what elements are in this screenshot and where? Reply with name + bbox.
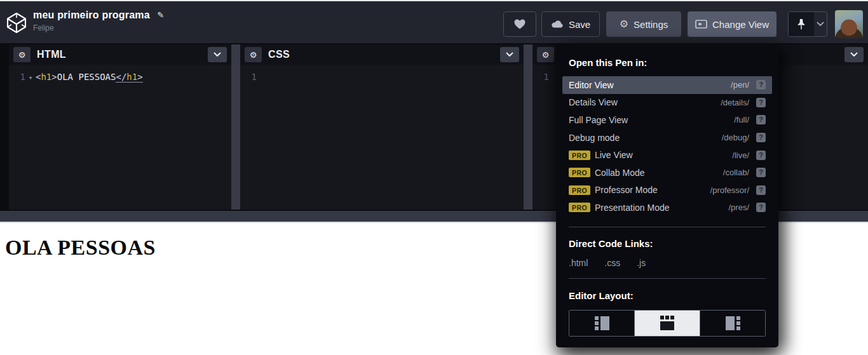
menu-item-label: Details View: [569, 97, 721, 107]
panel-resize-gutter[interactable]: [524, 44, 532, 210]
gear-icon: ⚙: [542, 51, 550, 59]
change-view-button-label: Change View: [712, 19, 769, 30]
pro-badge: PRO: [569, 185, 590, 195]
codepen-editor-page: meu primeiro programa ✎ Felipe Save ⚙ Se…: [0, 0, 868, 355]
token-close-tag: h1: [126, 72, 137, 82]
pro-badge: PRO: [569, 168, 590, 177]
header-bar: meu primeiro programa ✎ Felipe Save ⚙ Se…: [0, 1, 868, 43]
help-icon[interactable]: ?: [756, 168, 766, 177]
menu-item-label: Debug mode: [569, 133, 722, 143]
menu-item-path: /collab/: [723, 168, 749, 177]
menu-item-collab-mode[interactable]: PROCollab Mode /collab/ ?: [562, 164, 772, 182]
token-gt: >: [51, 72, 57, 82]
codepen-logo[interactable]: [6, 12, 27, 34]
pen-title-block: meu primeiro programa ✎ Felipe: [33, 10, 164, 32]
menu-item-path: /professor/: [710, 185, 749, 195]
pin-button[interactable]: [789, 12, 814, 36]
layout-top-icon: [660, 316, 674, 330]
chevron-down-icon: [506, 52, 513, 57]
help-icon[interactable]: ?: [756, 133, 766, 142]
menu-item-label: PROLive View: [569, 150, 732, 160]
pro-badge: PRO: [569, 203, 590, 212]
line-number: 1: [532, 70, 549, 83]
pro-badge: PRO: [569, 151, 590, 160]
js-panel-menu-button[interactable]: [844, 47, 864, 62]
menu-item-label: PROPresentation Mode: [569, 203, 728, 213]
menu-item-label: PROCollab Mode: [569, 168, 723, 178]
menu-item-path: /debug/: [722, 133, 749, 142]
menu-item-text: Live View: [595, 150, 633, 160]
view-icon: [695, 20, 707, 29]
layout-top-button[interactable]: [634, 311, 700, 336]
panel-resize-gutter[interactable]: [231, 44, 240, 210]
chevron-down-icon: [214, 52, 221, 57]
pen-title: meu primeiro programa: [33, 10, 150, 21]
menu-item-label: Editor View: [569, 80, 731, 90]
menu-item-text: Collab Mode: [595, 168, 645, 178]
js-settings-button[interactable]: ⚙: [537, 47, 554, 62]
css-settings-button[interactable]: ⚙: [245, 47, 262, 62]
help-icon[interactable]: ?: [756, 203, 766, 212]
menu-item-professor-mode[interactable]: PROProfessor Mode /professor/ ?: [562, 182, 772, 199]
line-number: 1: [240, 70, 257, 83]
css-code-editor[interactable]: 1: [240, 65, 524, 83]
token-tag: h1: [41, 72, 51, 82]
menu-item-debug-mode[interactable]: Debug mode /debug/ ?: [562, 129, 772, 147]
edit-title-pencil-icon[interactable]: ✎: [157, 10, 164, 20]
css-panel-label: CSS: [268, 49, 290, 60]
menu-item-path: /pen/: [731, 80, 749, 90]
pin-button-group[interactable]: [788, 11, 827, 37]
dropdown-section-title: Open this Pen in:: [556, 43, 778, 68]
settings-button[interactable]: ⚙ Settings: [606, 11, 681, 37]
line-number: 1: [9, 70, 25, 83]
menu-item-details-view[interactable]: Details View /details/ ?: [562, 94, 772, 112]
help-icon[interactable]: ?: [756, 151, 766, 160]
like-button[interactable]: [503, 11, 536, 37]
css-panel-menu-button[interactable]: [500, 47, 519, 62]
code-line: 1: [240, 70, 524, 83]
css-direct-link[interactable]: .css: [604, 258, 620, 268]
gear-icon: ⚙: [620, 19, 628, 29]
help-icon[interactable]: ?: [756, 80, 766, 90]
html-editor-panel: ⚙ HTML 1 ▾ <h1>OLA PESSOAS</h1>: [9, 44, 231, 210]
css-panel-header: ⚙ CSS: [240, 44, 524, 65]
js-direct-link[interactable]: .js: [637, 258, 646, 268]
help-icon[interactable]: ?: [756, 98, 766, 107]
menu-item-text: Professor Mode: [595, 185, 658, 195]
pin-dropdown-toggle[interactable]: [814, 22, 827, 27]
menu-item-text: Presentation Mode: [595, 203, 670, 213]
menu-item-path: /pres/: [728, 203, 749, 212]
menu-item-label: Full Page View: [569, 115, 734, 125]
menu-item-editor-view[interactable]: Editor View /pen/ ?: [562, 76, 772, 94]
layout-right-icon: [726, 316, 740, 330]
token-close-gt: >: [137, 72, 142, 82]
menu-item-label: PROProfessor Mode: [569, 185, 710, 195]
token-close-lt: </: [116, 72, 126, 82]
pen-author: Felipe: [33, 23, 164, 32]
cloud-icon: [551, 20, 564, 29]
editor-layout-title: Editor Layout:: [556, 279, 778, 301]
html-direct-link[interactable]: .html: [569, 258, 588, 268]
code-content: <h1>OLA PESSOAS</h1>: [36, 70, 143, 83]
layout-left-button[interactable]: [569, 311, 634, 336]
token-text: OLA PESSOAS: [57, 72, 116, 82]
html-settings-button[interactable]: ⚙: [13, 47, 31, 62]
fold-arrow-icon[interactable]: ▾: [25, 72, 36, 84]
direct-code-links: .html .css .js: [556, 249, 778, 268]
change-view-button[interactable]: Change View: [688, 11, 776, 37]
menu-item-presentation-mode[interactable]: PROPresentation Mode /pres/ ?: [562, 199, 772, 217]
layout-right-button[interactable]: [700, 311, 765, 336]
html-panel-header: ⚙ HTML: [9, 44, 231, 65]
help-icon[interactable]: ?: [756, 185, 766, 195]
menu-item-live-view[interactable]: PROLive View /live/ ?: [562, 146, 772, 164]
direct-code-links-title: Direct Code Links:: [556, 227, 778, 249]
html-panel-menu-button[interactable]: [208, 47, 227, 62]
help-icon[interactable]: ?: [756, 115, 766, 124]
save-button[interactable]: Save: [541, 11, 600, 37]
css-editor-panel: ⚙ CSS 1: [240, 44, 524, 210]
menu-item-path: /live/: [732, 151, 749, 160]
html-code-editor[interactable]: 1 ▾ <h1>OLA PESSOAS</h1>: [9, 65, 231, 84]
user-avatar[interactable]: [835, 10, 863, 38]
menu-item-full-page-view[interactable]: Full Page View /full/ ?: [562, 111, 772, 129]
editor-layout-switcher: [569, 310, 766, 337]
